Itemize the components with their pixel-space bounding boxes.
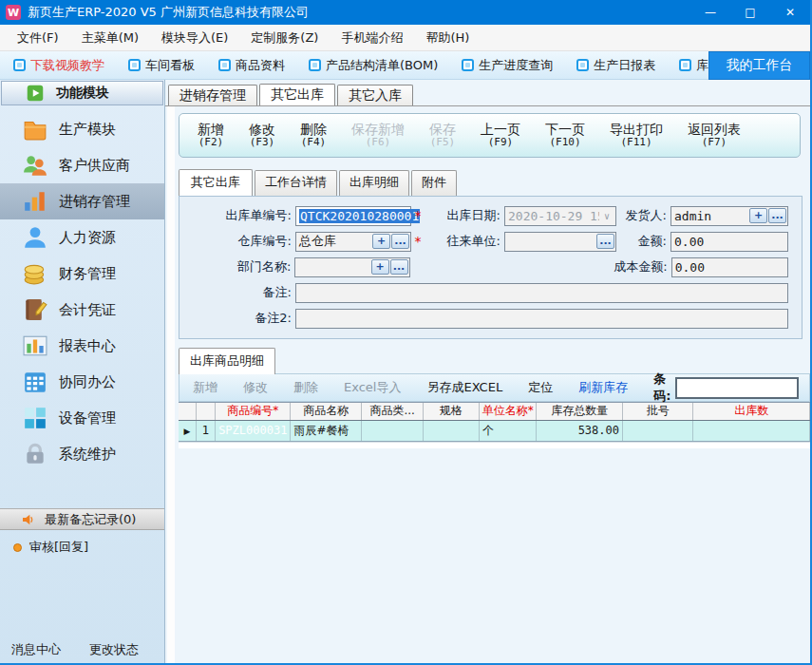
remark-field[interactable] [295,283,788,303]
batch-no-cell[interactable] [622,420,692,441]
maximize-button[interactable]: □ [730,0,770,25]
checkbox-icon[interactable] [462,59,474,71]
product-name-cell[interactable]: 雨辰#餐椅 [291,420,362,441]
quick-item-bom[interactable]: 产品结构清单(BOM) [309,57,438,74]
plus-button[interactable]: + [371,259,389,275]
subtab-workbench-detail[interactable]: 工作台详情 [255,170,337,197]
plus-button[interactable]: + [749,208,767,223]
next-page-button[interactable]: 下一页 (F10) [533,122,597,149]
counterparty-label: 往来单位: [425,233,504,250]
sidebar-item-hr[interactable]: 人力资源 [0,219,164,256]
col-header-outbound-qty[interactable]: 出库数 [693,403,810,420]
warehouse-field[interactable]: 总仓库 + ... [295,232,411,252]
plus-button[interactable]: + [372,234,390,249]
amount-field[interactable]: 0.00 [670,232,788,252]
memo-item-audit-reply[interactable]: 审核[回复] [0,530,164,556]
lookup-button[interactable]: ... [391,234,409,249]
quick-item-production-progress[interactable]: 生产进度查询 [462,57,553,74]
sidebar-item-label: 设备管理 [59,409,116,428]
barcode-label: 条码: [653,370,670,405]
quick-item-label: 产品结构清单(BOM) [326,57,438,74]
cost-amount-field[interactable]: 0.00 [671,257,788,277]
checkbox-icon[interactable] [679,59,691,71]
sidebar-item-equipment[interactable]: 设备管理 [0,400,164,436]
order-no-field[interactable]: QTCK202010280001 [295,206,411,226]
close-button[interactable]: ✕ [770,0,810,25]
excel-import-button: Excel导入 [344,379,401,396]
product-code-cell[interactable]: SPZL000031 [216,420,291,441]
edit-button[interactable]: 修改 (F3) [236,122,288,149]
menu-item-help[interactable]: 帮助(H) [414,26,481,50]
sidebar-item-voucher[interactable]: 会计凭证 [0,292,164,328]
sidebar-item-customers-suppliers[interactable]: 客户供应商 [0,147,164,183]
subtab-outbound-detail[interactable]: 出库明细 [339,170,409,197]
col-header-product-code[interactable]: 商品编号* [216,403,291,420]
quick-item-daily-report[interactable]: 生产日报表 [576,57,655,74]
spec-cell[interactable] [424,420,480,441]
lookup-button[interactable]: ... [768,208,786,223]
minimize-button[interactable]: — [690,0,730,25]
lookup-button[interactable]: ... [596,234,614,249]
product-category-cell[interactable] [362,420,424,441]
menu-item-file[interactable]: 文件(F) [6,26,70,50]
back-to-list-button[interactable]: 返回列表 (F7) [675,122,753,149]
counterparty-field[interactable]: ... [504,232,616,252]
lookup-button[interactable]: ... [390,259,408,275]
table-row[interactable]: ▶ 1 SPZL000031 雨辰#餐椅 个 538.00 [179,420,810,441]
button-label: 删除 [300,122,327,137]
tab-other-inbound[interactable]: 其它入库 [337,85,413,106]
menu-item-mobile-intro[interactable]: 手机端介绍 [330,26,414,50]
quick-item-video-tutorial[interactable]: 下载视频教学 [13,57,104,74]
my-workbench-button[interactable]: 我的工作台 [708,51,810,80]
col-header-stock-qty[interactable]: 库存总数量 [537,403,623,420]
tab-inventory-management[interactable]: 进销存管理 [168,85,257,106]
col-header-product-name[interactable]: 商品名称 [291,403,362,420]
menu-item-module-import[interactable]: 模块导入(E) [150,26,239,50]
department-field[interactable]: + ... [294,257,409,277]
unit-cell[interactable]: 个 [480,420,537,441]
subtab-attachment[interactable]: 附件 [411,170,457,197]
export-print-button[interactable]: 导出打印 (F11) [597,122,675,149]
tab-other-outbound[interactable]: 其它出库 [259,84,335,105]
checkbox-icon[interactable] [128,59,141,71]
amount-label: 金额: [616,233,670,250]
stock-qty-cell[interactable]: 538.00 [537,420,623,441]
col-header-spec[interactable]: 规格 [424,403,480,420]
checkbox-icon[interactable] [576,59,589,71]
sidebar-item-reports[interactable]: 报表中心 [0,328,164,364]
checkbox-icon[interactable] [218,59,231,71]
menu-item-custom-service[interactable]: 定制服务(Z) [239,26,330,50]
subtab-other-outbound[interactable]: 其它出库 [179,169,253,196]
remark2-field[interactable] [295,309,788,329]
barcode-input[interactable] [675,377,799,399]
message-center-link[interactable]: 消息中心 [11,641,61,658]
outbound-qty-cell[interactable] [693,420,810,441]
sidebar-item-production[interactable]: 生产模块 [0,111,164,147]
delete-button[interactable]: 删除 (F4) [288,122,339,149]
out-date-field[interactable]: 2020-10-29 15: ∨ [504,206,616,226]
quick-item-workshop-board[interactable]: 车间看板 [128,57,195,74]
change-status-link[interactable]: 更改状态 [89,641,139,658]
refresh-stock-link[interactable]: 刷新库存 [578,379,628,396]
checkbox-icon[interactable] [309,59,321,71]
out-date-value: 2020-10-29 15: [506,209,599,223]
col-header-batch-no[interactable]: 批号 [622,403,692,420]
detail-tab-outbound-items[interactable]: 出库商品明细 [179,348,275,374]
shipper-field[interactable]: admin + ... [670,206,788,226]
checkbox-icon[interactable] [13,59,26,71]
previous-page-button[interactable]: 上一页 (F9) [468,122,533,149]
button-label: 返回列表 [688,122,741,137]
menu-item-main-menu[interactable]: 主菜单(M) [70,26,150,50]
save-as-excel-button[interactable]: 另存成EXCEL [426,379,502,396]
sidebar-item-inventory[interactable]: 进销存管理 [0,183,164,219]
memo-header[interactable]: 最新备忘记录(0) [0,508,164,530]
sidebar-item-maintenance[interactable]: 系统维护 [0,436,164,472]
sidebar-item-collaboration[interactable]: 协同办公 [0,364,164,400]
col-header-product-category[interactable]: 商品类... [362,403,424,420]
warehouse-label: 仓库编号: [179,233,295,250]
sidebar-item-finance[interactable]: 财务管理 [0,256,164,292]
add-button[interactable]: 新增 (F2) [185,122,236,149]
locate-button[interactable]: 定位 [528,379,553,396]
col-header-unit[interactable]: 单位名称* [480,403,537,420]
quick-item-product-info[interactable]: 商品资料 [218,57,285,74]
